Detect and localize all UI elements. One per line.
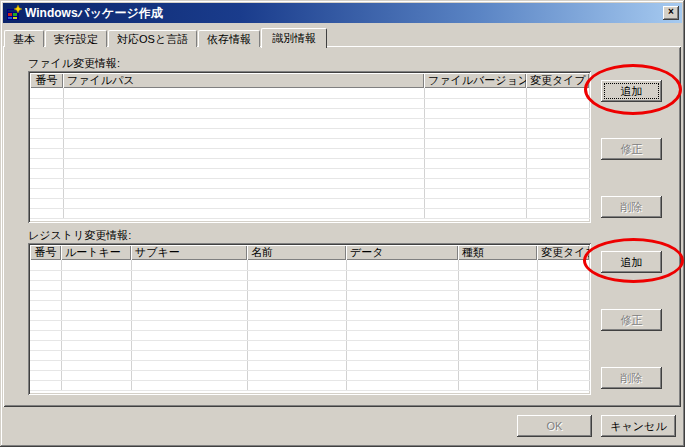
reg-col-rootkey[interactable]: ルートキー — [61, 245, 131, 260]
tab-dependency-info[interactable]: 依存情報 — [198, 30, 260, 47]
windows-package-dialog: Windowsパッケージ作成 × 基本 実行設定 対応OSと言語 依存情報 識別… — [0, 0, 685, 447]
cancel-button-label: キャンセル — [610, 419, 666, 434]
reg-col-number[interactable]: 番号 — [30, 245, 61, 260]
tab-os-language[interactable]: 対応OSと言語 — [108, 30, 197, 47]
file-delete-button-label: 削除 — [621, 200, 643, 215]
file-modify-button: 修正 — [601, 138, 662, 160]
registry-modify-button: 修正 — [601, 309, 662, 331]
reg-col-data[interactable]: データ — [346, 245, 458, 260]
ok-button: OK — [517, 415, 592, 437]
reg-col-kind[interactable]: 種類 — [458, 245, 537, 260]
close-icon[interactable]: × — [663, 6, 679, 20]
file-section-label: ファイル変更情報: — [28, 56, 120, 71]
file-col-path[interactable]: ファイルパス — [63, 73, 424, 88]
registry-delete-button-label: 削除 — [621, 371, 643, 386]
registry-table-body[interactable] — [30, 260, 589, 390]
cancel-button[interactable]: キャンセル — [601, 415, 676, 437]
reg-col-subkey[interactable]: サブキー — [131, 245, 247, 260]
file-col-version[interactable]: ファイルバージョン — [424, 73, 526, 88]
file-table-body[interactable] — [30, 88, 589, 218]
window-title: Windowsパッケージ作成 — [25, 5, 663, 22]
file-delete-button: 削除 — [601, 196, 662, 218]
ok-button-label: OK — [547, 420, 563, 432]
tab-basic[interactable]: 基本 — [4, 30, 44, 47]
file-col-number[interactable]: 番号 — [30, 73, 63, 88]
tab-strip: 基本 実行設定 対応OSと言語 依存情報 識別情報 — [4, 27, 328, 47]
registry-section-label: レジストリ変更情報: — [28, 228, 131, 243]
focus-rect — [604, 83, 659, 99]
registry-delete-button: 削除 — [601, 367, 662, 389]
reg-col-change-type[interactable]: 変更タイプ — [537, 245, 589, 260]
reg-col-name[interactable]: 名前 — [247, 245, 346, 260]
tab-identification-info[interactable]: 識別情報 — [261, 28, 327, 48]
file-change-table[interactable]: 番号 ファイルパス ファイルバージョン 変更タイプ — [28, 71, 591, 223]
registry-add-button[interactable]: 追加 — [601, 251, 662, 273]
titlebar[interactable]: Windowsパッケージ作成 × — [3, 3, 682, 23]
file-modify-button-label: 修正 — [621, 142, 643, 157]
tab-exec-settings[interactable]: 実行設定 — [45, 30, 107, 47]
registry-add-button-label: 追加 — [621, 255, 643, 270]
registry-change-table[interactable]: 番号 ルートキー サブキー 名前 データ 種類 変更タイプ — [28, 243, 591, 395]
app-icon — [6, 5, 22, 21]
registry-modify-button-label: 修正 — [621, 313, 643, 328]
file-col-change-type[interactable]: 変更タイプ — [526, 73, 589, 88]
file-add-button[interactable]: 追加 — [601, 80, 662, 102]
